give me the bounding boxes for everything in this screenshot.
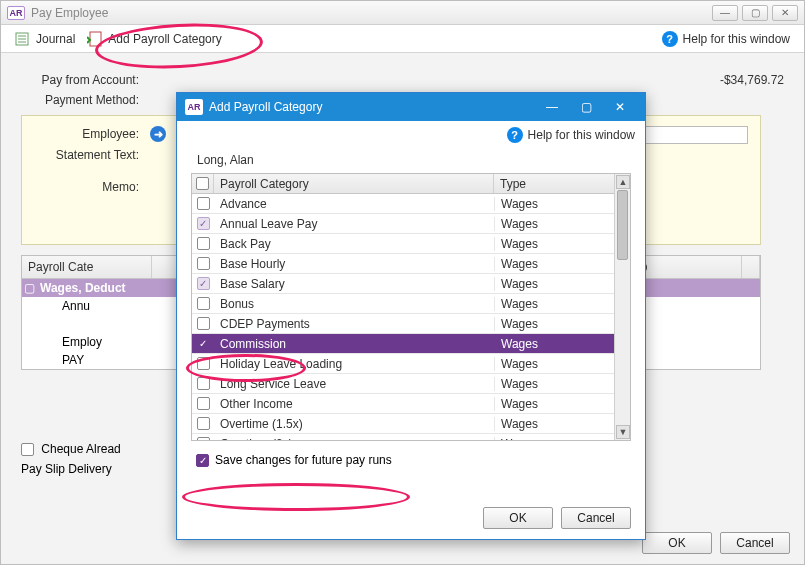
row-checkbox[interactable] — [197, 357, 210, 370]
row-checkbox[interactable]: ✓ — [197, 277, 210, 290]
row-checkbox[interactable]: ✓ — [197, 337, 210, 350]
toolbar-add-category-label: Add Payroll Category — [108, 32, 221, 46]
cheque-already-checkbox[interactable] — [21, 443, 34, 456]
row-category-label: Bonus — [214, 297, 494, 311]
grid-row-3[interactable]: PAY — [22, 353, 84, 367]
category-row[interactable]: Holiday Leave LoadingWages — [192, 354, 614, 374]
category-row[interactable]: Long Service LeaveWages — [192, 374, 614, 394]
category-row[interactable]: Overtime (2x)Wages — [192, 434, 614, 440]
journal-icon — [15, 31, 31, 47]
outer-cancel-button[interactable]: Cancel — [720, 532, 790, 554]
balance-amount: -$34,769.72 — [720, 73, 784, 87]
row-checkbox[interactable] — [197, 197, 210, 210]
toolbar-help-label: Help for this window — [683, 32, 790, 46]
dialog-cancel-button[interactable]: Cancel — [561, 507, 631, 529]
category-row[interactable]: BonusWages — [192, 294, 614, 314]
label-pay-from: Pay from Account: — [21, 73, 139, 87]
toolbar-journal-label: Journal — [36, 32, 75, 46]
app-badge: AR — [7, 6, 25, 20]
minimize-button[interactable]: — — [712, 5, 738, 21]
toolbar: Journal Add Payroll Category ? Help for … — [1, 25, 804, 53]
row-checkbox[interactable] — [197, 377, 210, 390]
dialog-employee-name: Long, Alan — [191, 149, 631, 173]
grid-row-1[interactable]: Annu — [22, 299, 90, 313]
row-checkbox[interactable] — [197, 257, 210, 270]
row-category-label: Other Income — [214, 397, 494, 411]
toolbar-journal[interactable]: Journal — [9, 29, 81, 49]
row-type-label: Wages — [494, 217, 614, 231]
outer-ok-button[interactable]: OK — [642, 532, 712, 554]
row-category-label: Back Pay — [214, 237, 494, 251]
row-type-label: Wages — [494, 397, 614, 411]
scrollbar[interactable]: ▲ ▼ — [614, 174, 630, 440]
row-checkbox[interactable] — [197, 297, 210, 310]
row-type-label: Wages — [494, 337, 614, 351]
dialog-help-icon: ? — [507, 127, 523, 143]
row-category-label: Commission — [214, 337, 494, 351]
row-type-label: Wages — [494, 417, 614, 431]
scroll-down-icon[interactable]: ▼ — [616, 425, 630, 439]
maximize-button[interactable]: ▢ — [742, 5, 768, 21]
category-row[interactable]: CDEP PaymentsWages — [192, 314, 614, 334]
dialog-badge: AR — [185, 99, 203, 115]
row-checkbox[interactable] — [197, 437, 210, 440]
dialog-titlebar: AR Add Payroll Category — ▢ ✕ — [177, 93, 645, 121]
save-future-checkbox[interactable]: ✓ — [196, 454, 209, 467]
row-type-label: Wages — [494, 437, 614, 441]
scroll-up-icon[interactable]: ▲ — [616, 175, 630, 189]
row-checkbox[interactable] — [197, 417, 210, 430]
dialog-help-link[interactable]: Help for this window — [528, 128, 635, 142]
category-row[interactable]: ✓Base SalaryWages — [192, 274, 614, 294]
category-row[interactable]: Base HourlyWages — [192, 254, 614, 274]
svg-rect-4 — [90, 32, 101, 46]
category-row[interactable]: AdvanceWages — [192, 194, 614, 214]
dialog-minimize-button[interactable]: — — [535, 97, 569, 117]
dialog-maximize-button[interactable]: ▢ — [569, 97, 603, 117]
row-category-label: Annual Leave Pay — [214, 217, 494, 231]
grid-col-end — [742, 256, 760, 278]
row-type-label: Wages — [494, 237, 614, 251]
row-category-label: Base Salary — [214, 277, 494, 291]
help-icon: ? — [662, 31, 678, 47]
dialog-title: Add Payroll Category — [209, 100, 322, 114]
row-type-label: Wages — [494, 357, 614, 371]
category-row[interactable]: Overtime (1.5x)Wages — [192, 414, 614, 434]
row-category-label: Advance — [214, 197, 494, 211]
grid-row-2[interactable]: Employ — [22, 335, 102, 349]
row-category-label: Overtime (1.5x) — [214, 417, 494, 431]
category-row[interactable]: Other IncomeWages — [192, 394, 614, 414]
toolbar-help[interactable]: ? Help for this window — [656, 29, 796, 49]
column-category[interactable]: Payroll Category — [214, 174, 494, 193]
row-category-label: Long Service Leave — [214, 377, 494, 391]
add-category-icon — [87, 31, 103, 47]
row-category-label: CDEP Payments — [214, 317, 494, 331]
grid-group[interactable]: Wages, Deduct — [36, 281, 126, 295]
category-row[interactable]: ✓Annual Leave PayWages — [192, 214, 614, 234]
row-type-label: Wages — [494, 197, 614, 211]
row-type-label: Wages — [494, 257, 614, 271]
row-category-label: Overtime (2x) — [214, 437, 494, 441]
toolbar-add-payroll-category[interactable]: Add Payroll Category — [81, 29, 227, 49]
column-type[interactable]: Type — [494, 174, 614, 193]
label-statement: Statement Text: — [34, 148, 139, 162]
category-row[interactable]: Back PayWages — [192, 234, 614, 254]
scroll-thumb[interactable] — [617, 190, 628, 260]
label-employee: Employee: — [34, 127, 139, 141]
outer-titlebar: AR Pay Employee — ▢ ✕ — [1, 1, 804, 25]
category-list: Payroll Category Type AdvanceWages✓Annua… — [191, 173, 631, 441]
add-payroll-category-dialog: AR Add Payroll Category — ▢ ✕ ? Help for… — [176, 92, 646, 540]
header-checkbox[interactable] — [196, 177, 209, 190]
label-cheque-already: Cheque Alread — [41, 442, 120, 456]
close-button[interactable]: ✕ — [772, 5, 798, 21]
grid-col-category[interactable]: Payroll Cate — [22, 256, 152, 278]
row-category-label: Holiday Leave Loading — [214, 357, 494, 371]
employee-picker-icon[interactable]: ➜ — [150, 126, 166, 142]
dialog-close-button[interactable]: ✕ — [603, 97, 637, 117]
row-checkbox[interactable] — [197, 317, 210, 330]
row-checkbox[interactable] — [197, 237, 210, 250]
row-checkbox[interactable]: ✓ — [197, 217, 210, 230]
dialog-ok-button[interactable]: OK — [483, 507, 553, 529]
row-type-label: Wages — [494, 377, 614, 391]
category-row[interactable]: ✓CommissionWages — [192, 334, 614, 354]
row-checkbox[interactable] — [197, 397, 210, 410]
